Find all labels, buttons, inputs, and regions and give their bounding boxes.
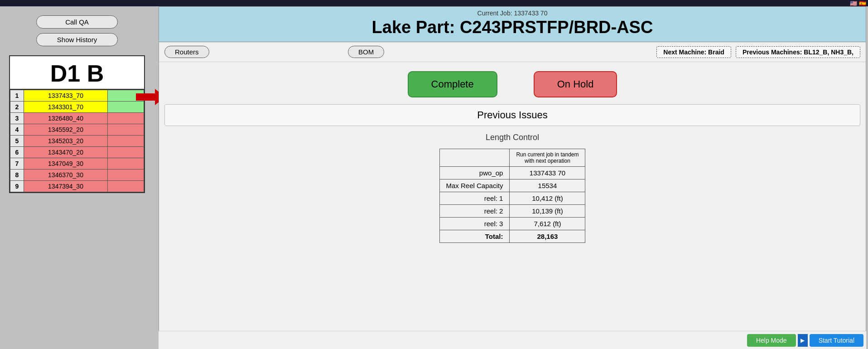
lake-part-title: Lake Part: C243PRSTFP/BRD-ASC [164,18,861,37]
action-area: Complete On Hold [159,62,866,104]
complete-button[interactable]: Complete [408,71,497,97]
queue-row-num: 7 [10,158,24,170]
table-row-label: reel: 2 [439,205,510,218]
queue-row-num: 3 [10,113,24,124]
nav-bar: Routers BOM Next Machine: Braid Previous… [159,42,866,62]
table-row: reel: 37,612 (ft) [439,218,585,230]
next-machine-value: Braid [708,48,724,56]
queue-row-job: 1337433_70 [24,90,108,102]
table-row: reel: 210,139 (ft) [439,205,585,218]
queue-row[interactable]: 51345203_20 [10,136,144,147]
queue-row[interactable]: 11337433_70 [10,90,144,102]
next-machine-box: Next Machine: Braid [656,46,731,58]
queue-row-num: 5 [10,136,24,147]
top-bar: 🇺🇸 🇪🇸 [0,0,868,6]
flag-us: 🇺🇸 [850,0,857,7]
queue-row-job: 1347394_30 [24,181,108,192]
prev-machines-value: BL12_B, NH3_B, [804,48,854,56]
table-row: Total:28,163 [439,230,585,243]
table-header-col2: Run current job in tandemwith next opera… [510,149,585,167]
table-header-row: Run current job in tandemwith next opera… [439,149,585,167]
table-row-value: 10,139 (ft) [510,205,585,218]
prev-machines-label: Previous Machines: [743,48,802,56]
queue-row[interactable]: 81346370_30 [10,170,144,181]
table-row-value: 10,412 (ft) [510,192,585,205]
queue-row-num: 6 [10,147,24,158]
queue-row-right [108,147,144,158]
queue-table: 11337433_7021343301_7031326480_404134559… [10,90,144,192]
queue-box: D1 B 11337433_7021343301_7031326480_4041… [9,55,145,193]
help-mode-button[interactable]: Help Mode [747,334,796,347]
queue-title: D1 B [10,56,144,90]
table-row-label: Total: [439,230,510,243]
help-arrow-button[interactable]: ▶ [798,334,808,347]
table-row: reel: 110,412 (ft) [439,192,585,205]
queue-row[interactable]: 71347049_30 [10,158,144,170]
queue-row[interactable]: 91347394_30 [10,181,144,192]
table-row-value: 28,163 [510,230,585,243]
next-machine-label: Next Machine: [663,48,706,56]
table-row: pwo_op1337433 70 [439,167,585,179]
table-row: Max Reel Capacity15534 [439,179,585,192]
queue-row[interactable]: 31326480_40 [10,113,144,124]
current-job-line: Current Job: 1337433 70 [164,10,861,17]
bom-button[interactable]: BOM [348,46,384,58]
queue-row-num: 8 [10,170,24,181]
queue-row-right [108,170,144,181]
start-tutorial-button[interactable]: Start Tutorial [810,334,863,347]
queue-row-num: 4 [10,124,24,136]
queue-row-job: 1346370_30 [24,170,108,181]
table-row-value: 1337433 70 [510,167,585,179]
length-control-title: Length Control [168,133,857,142]
show-history-button[interactable]: Show History [36,33,118,46]
content-area: Length Control Run current job in tandem… [159,126,866,339]
table-row-label: reel: 3 [439,218,510,230]
queue-row-job: 1343301_70 [24,102,108,113]
data-table: Run current job in tandemwith next opera… [439,149,586,243]
queue-row-job: 1343470_20 [24,147,108,158]
queue-row-num: 9 [10,181,24,192]
routers-button[interactable]: Routers [164,46,209,58]
queue-row-right [108,124,144,136]
queue-row-job: 1345203_20 [24,136,108,147]
bottom-bar: Help Mode ▶ Start Tutorial [159,331,866,349]
prev-machines-box: Previous Machines: BL12_B, NH3_B, [736,46,860,58]
queue-row-num: 2 [10,102,24,113]
queue-row-job: 1326480_40 [24,113,108,124]
table-header-col1 [439,149,510,167]
call-qa-button[interactable]: Call QA [36,15,118,29]
onhold-button[interactable]: On Hold [534,71,617,97]
queue-row-num: 1 [10,90,24,102]
main-panel: Current Job: 1337433 70 Lake Part: C243P… [159,6,866,347]
queue-row-right [108,136,144,147]
table-row-label: reel: 1 [439,192,510,205]
flag-es: 🇪🇸 [859,0,866,7]
queue-row[interactable]: 61343470_20 [10,147,144,158]
queue-row-job: 1347049_30 [24,158,108,170]
main-header: Current Job: 1337433 70 Lake Part: C243P… [159,7,866,42]
table-row-value: 15534 [510,179,585,192]
table-row-value: 7,612 (ft) [510,218,585,230]
queue-row-right [108,158,144,170]
prev-issues-bar: Previous Issues [164,104,860,126]
machine-info: Next Machine: Braid Previous Machines: B… [656,46,860,58]
queue-row[interactable]: 41345592_20 [10,124,144,136]
queue-row-right [108,113,144,124]
left-panel: Call QA Show History D1 B 11337433_70213… [0,6,154,349]
queue-row[interactable]: 21343301_70 [10,102,144,113]
table-row-label: pwo_op [439,167,510,179]
queue-row-right [108,181,144,192]
table-row-label: Max Reel Capacity [439,179,510,192]
queue-row-job: 1345592_20 [24,124,108,136]
flag-icons: 🇺🇸 🇪🇸 [850,0,866,7]
